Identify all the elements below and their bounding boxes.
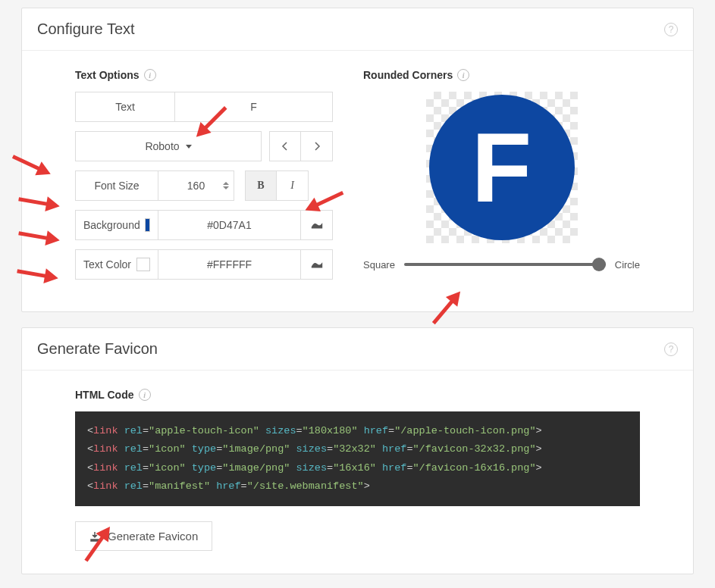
svg-line-2 xyxy=(13,157,40,170)
bold-button[interactable]: B xyxy=(245,170,277,201)
rounded-corners-column: Rounded Corners i F Square Circle xyxy=(363,69,640,289)
svg-marker-5 xyxy=(45,196,61,214)
chevron-down-icon xyxy=(186,145,192,149)
annotation-arrow xyxy=(11,255,61,296)
text-options-heading-label: Text Options xyxy=(75,69,140,81)
annotation-arrow xyxy=(12,217,63,258)
info-icon[interactable]: i xyxy=(144,69,156,81)
font-next-button[interactable] xyxy=(301,131,333,161)
svg-marker-11 xyxy=(43,268,59,286)
svg-line-12 xyxy=(434,300,453,324)
html-code-heading-label: HTML Code xyxy=(75,389,134,401)
annotation-arrow xyxy=(12,183,63,224)
svg-marker-13 xyxy=(446,286,466,307)
generate-favicon-button[interactable]: Generate Favicon xyxy=(75,521,212,551)
text-color-input[interactable]: #FFFFFF xyxy=(158,249,301,280)
corner-slider[interactable] xyxy=(404,257,606,272)
info-icon[interactable]: i xyxy=(457,69,469,81)
palette-icon xyxy=(310,259,324,270)
generate-favicon-panel: Generate Favicon ? HTML Code i <link rel… xyxy=(21,327,694,574)
font-size-value: 160 xyxy=(187,180,205,192)
font-prev-button[interactable] xyxy=(269,131,301,161)
slider-track xyxy=(404,263,606,266)
background-picker-button[interactable] xyxy=(301,210,333,240)
generate-button-label: Generate Favicon xyxy=(108,530,198,543)
text-color-swatch[interactable] xyxy=(136,258,150,271)
background-input[interactable]: #0D47A1 xyxy=(158,210,301,240)
favicon-preview: F xyxy=(363,92,640,243)
text-color-label: Text Color xyxy=(75,249,158,280)
svg-line-10 xyxy=(17,271,47,277)
text-options-heading: Text Options i xyxy=(75,69,333,81)
text-label: Text xyxy=(75,92,175,122)
svg-line-8 xyxy=(19,233,49,239)
svg-marker-9 xyxy=(45,230,61,248)
code-line: <link rel="apple-touch-icon" sizes="180x… xyxy=(87,422,628,440)
code-line: <link rel="manifest" href="/site.webmani… xyxy=(87,477,628,496)
configure-title: Configure Text xyxy=(37,20,135,38)
help-icon[interactable]: ? xyxy=(664,23,678,36)
svg-line-4 xyxy=(19,199,49,205)
generate-header: Generate Favicon ? xyxy=(22,328,693,371)
background-label-text: Background xyxy=(83,219,140,231)
spinner-icon[interactable] xyxy=(223,182,229,189)
checker-bg: F xyxy=(426,92,578,243)
code-line: <link rel="icon" type="image/png" sizes=… xyxy=(87,459,628,477)
svg-marker-3 xyxy=(35,161,54,181)
html-code-heading: HTML Code i xyxy=(75,389,640,401)
background-label: Background xyxy=(75,210,158,240)
text-color-label-text: Text Color xyxy=(83,258,131,271)
generate-title: Generate Favicon xyxy=(37,340,158,358)
configure-text-panel: Configure Text ? Text Options i Text F R… xyxy=(21,8,694,312)
font-select[interactable]: Roboto xyxy=(75,131,262,161)
font-size-label: Font Size xyxy=(75,170,158,201)
slider-label-circle: Circle xyxy=(615,259,640,271)
italic-button[interactable]: I xyxy=(277,170,309,201)
text-options-column: Text Options i Text F Roboto xyxy=(75,69,333,289)
favicon-shape: F xyxy=(429,95,575,240)
rounded-corners-heading-label: Rounded Corners xyxy=(363,69,453,81)
font-size-input[interactable]: 160 xyxy=(158,170,234,201)
info-icon[interactable]: i xyxy=(139,389,151,401)
palette-icon xyxy=(310,220,324,230)
configure-header: Configure Text ? xyxy=(22,8,693,51)
text-input[interactable]: F xyxy=(175,92,333,122)
background-swatch[interactable] xyxy=(145,218,150,232)
help-icon[interactable]: ? xyxy=(664,342,678,356)
font-select-label: Roboto xyxy=(145,140,179,152)
slider-thumb[interactable] xyxy=(592,258,606,271)
download-icon xyxy=(89,531,100,542)
code-line: <link rel="icon" type="image/png" sizes=… xyxy=(87,440,628,458)
html-code-block[interactable]: <link rel="apple-touch-icon" sizes="180x… xyxy=(75,411,640,506)
rounded-corners-heading: Rounded Corners i xyxy=(363,69,640,81)
slider-label-square: Square xyxy=(363,259,395,271)
annotation-arrow xyxy=(2,141,58,189)
text-color-picker-button[interactable] xyxy=(301,249,333,280)
